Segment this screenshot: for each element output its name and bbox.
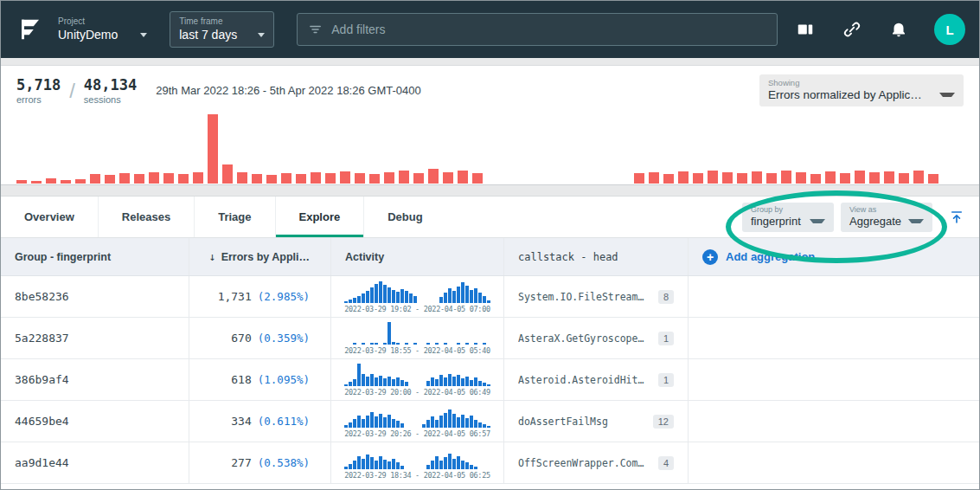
table-row[interactable]: aa9d1e44 277(0.538%) 2022-03-29 18:34 - … — [1, 442, 979, 484]
error-percent: (0.611%) — [258, 415, 310, 428]
error-percent: (1.095%) — [258, 373, 310, 386]
filters-bar[interactable] — [297, 13, 778, 46]
callstack-count-badge: 1 — [658, 332, 674, 345]
error-count: 334 — [231, 415, 251, 428]
chevron-down-icon — [939, 93, 955, 97]
column-header-errors[interactable]: ↓ Errors by Appli… — [189, 238, 331, 275]
callstack-head: doAssertFailMsg — [518, 416, 644, 428]
table-row[interactable]: 386b9af4 618(1.095%) 2022-03-29 20:00 - … — [1, 359, 979, 401]
sessions-stat: 48,134 sessions — [84, 76, 137, 105]
sparkline-range: 2022-03-29 20:26 - 2022-04-05 06:57 — [344, 429, 490, 438]
activity-sparkline: 2022-03-29 20:00 - 2022-04-05 06:49 — [344, 363, 490, 397]
column-header-callstack[interactable]: callstack - head — [504, 238, 689, 275]
callstack-count-badge: 4 — [658, 456, 674, 470]
summary-card: 5,718 errors / 48,134 sessions 29th Mar … — [1, 65, 979, 185]
tab-debug[interactable]: Debug — [364, 197, 445, 237]
sparkline-range: 2022-03-29 20:00 - 2022-04-05 06:49 — [344, 388, 490, 397]
plus-icon: + — [702, 249, 718, 265]
callstack-head: AsteraX.GetGyroscopeDe… — [518, 332, 650, 345]
date-range: 29th Mar 2022 18:26 - 5th Apr 2022 18:26… — [156, 84, 420, 97]
sparkline-range: 2022-03-29 18:34 - 2022-04-05 06:25 — [344, 471, 490, 480]
column-header-fingerprint[interactable]: Group - fingerprint — [1, 238, 189, 275]
summary-row: 5,718 errors / 48,134 sessions 29th Mar … — [1, 66, 979, 110]
filters-input[interactable] — [331, 23, 766, 36]
activity-sparkline: 2022-03-29 18:34 - 2022-04-05 06:25 — [344, 446, 490, 480]
sessions-count: 48,134 — [84, 76, 137, 93]
activity-sparkline: 2022-03-29 18:55 - 2022-04-05 05:40 — [344, 321, 490, 355]
table-row[interactable]: 8be58236 1,731(2.985%) 2022-03-29 19:02 … — [1, 276, 979, 318]
fingerprint[interactable]: 44659be4 — [15, 415, 69, 428]
explore-card: Overview Releases Triage Explore Debug G… — [1, 196, 979, 489]
tab-explore[interactable]: Explore — [276, 197, 365, 237]
error-count: 618 — [231, 373, 251, 386]
callstack-head: Asteroid.AsteroidHitBy… — [518, 374, 650, 386]
project-label: Project — [58, 16, 147, 27]
scroll-to-top-button[interactable] — [946, 207, 967, 228]
chevron-down-icon — [810, 219, 825, 223]
table-row[interactable]: 5a228837 670(0.359%) 2022-03-29 18:55 - … — [1, 318, 979, 359]
view-as-value: Aggregate — [849, 215, 901, 228]
sparkline-range: 2022-03-29 18:55 - 2022-04-05 05:40 — [344, 346, 490, 355]
error-count: 1,731 — [218, 290, 252, 303]
error-count: 670 — [231, 332, 251, 345]
activity-sparkline: 2022-03-29 19:02 - 2022-04-05 07:00 — [344, 280, 490, 313]
fingerprint[interactable]: aa9d1e44 — [15, 456, 69, 469]
fingerprint[interactable]: 5a228837 — [15, 332, 69, 345]
showing-value: Errors normalized by Applic… — [768, 88, 922, 101]
avatar-initial: L — [945, 23, 953, 37]
callstack-count-badge: 1 — [658, 373, 674, 387]
chevron-down-icon — [258, 33, 265, 37]
top-bar: Project UnityDemo Time frame last 7 days — [1, 1, 979, 58]
chevron-down-icon — [908, 219, 924, 223]
tab-releases[interactable]: Releases — [99, 197, 195, 237]
project-value: UnityDemo — [58, 27, 118, 42]
errors-count: 5,718 — [16, 76, 61, 93]
timeframe-selector[interactable]: Time frame last 7 days — [170, 11, 274, 48]
column-header-activity[interactable]: Activity — [331, 238, 504, 275]
fingerprint[interactable]: 386b9af4 — [15, 373, 69, 386]
timeframe-value: last 7 days — [179, 27, 237, 42]
dashboard-view-button[interactable] — [794, 18, 817, 41]
error-percent: (0.359%) — [258, 332, 310, 345]
callstack-count-badge: 12 — [653, 415, 674, 429]
bell-icon — [889, 20, 908, 39]
view-as-selector[interactable]: View as Aggregate — [841, 203, 932, 232]
dashboard-view-icon — [796, 20, 815, 39]
timeframe-label: Time frame — [179, 16, 265, 27]
table-row[interactable]: 44659be4 334(0.611%) 2022-03-29 20:26 - … — [1, 401, 979, 442]
stat-separator: / — [69, 79, 75, 103]
errors-label: errors — [16, 94, 61, 105]
group-by-label: Group by — [751, 205, 825, 215]
tab-triage[interactable]: Triage — [195, 197, 275, 237]
filter-list-icon — [308, 22, 323, 37]
fingerprint[interactable]: 8be58236 — [15, 290, 69, 303]
tab-overview[interactable]: Overview — [1, 197, 99, 237]
groups-table: Group - fingerprint ↓ Errors by Appli… A… — [1, 238, 979, 489]
group-by-selector[interactable]: Group by fingerprint — [742, 203, 834, 232]
tabs-row: Overview Releases Triage Explore Debug G… — [1, 197, 979, 238]
add-aggregation-button[interactable]: + Add aggregation — [689, 238, 979, 275]
error-percent: (2.985%) — [258, 290, 310, 303]
group-by-value: fingerprint — [751, 215, 801, 228]
showing-selector[interactable]: Showing Errors normalized by Applic… — [759, 74, 964, 106]
notifications-button[interactable] — [887, 18, 910, 41]
backtrace-logo[interactable] — [15, 14, 46, 45]
error-percent: (0.538%) — [258, 456, 310, 469]
project-selector[interactable]: Project UnityDemo — [58, 16, 147, 42]
callstack-head: OffScreenWrapper.Compe… — [518, 457, 650, 469]
activity-sparkline: 2022-03-29 20:26 - 2022-04-05 06:57 — [344, 404, 490, 438]
error-histogram[interactable] — [1, 110, 979, 184]
showing-label: Showing — [768, 78, 955, 88]
callstack-head: System.IO.FileStream._… — [518, 291, 650, 303]
sessions-label: sessions — [84, 94, 137, 105]
header-actions: L — [794, 14, 965, 45]
callstack-count-badge: 8 — [658, 290, 674, 304]
link-icon — [842, 20, 862, 39]
explore-controls: Group by fingerprint View as Aggregate — [742, 197, 979, 237]
share-link-button[interactable] — [841, 18, 863, 41]
user-avatar[interactable]: L — [934, 14, 965, 45]
error-count: 277 — [231, 456, 251, 469]
view-as-label: View as — [849, 205, 924, 215]
table-header-row: Group - fingerprint ↓ Errors by Appli… A… — [1, 238, 979, 276]
tabs: Overview Releases Triage Explore Debug — [1, 197, 446, 237]
